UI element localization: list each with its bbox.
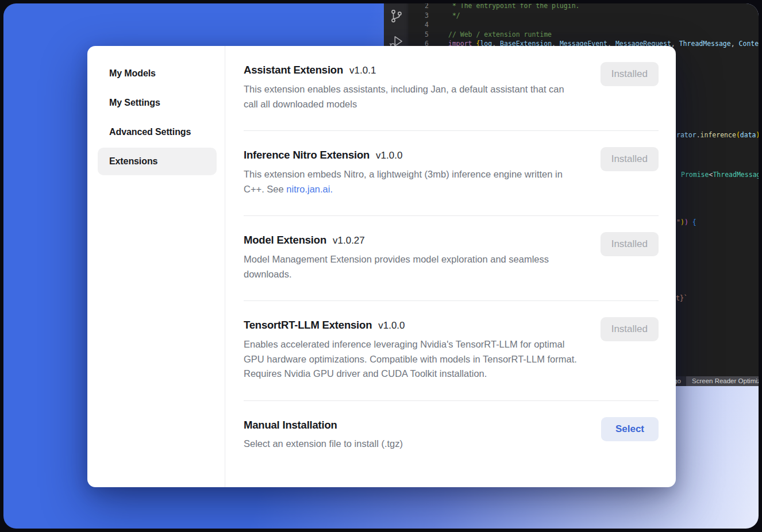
extension-title: TensortRT-LLM Extension xyxy=(244,318,372,331)
extension-row: Inference Nitro Extension v1.0.0 This ex… xyxy=(244,131,659,216)
nitro-jan-ai-link[interactable]: nitro.jan.ai. xyxy=(286,184,333,194)
code-line: 3 */ xyxy=(409,11,759,21)
code-fragment: ")) { xyxy=(676,218,696,227)
screen-reader-optimized-status[interactable]: Screen Reader Optimized xyxy=(686,376,759,386)
installed-button[interactable]: Installed xyxy=(601,317,659,341)
sidebar-item-my-models[interactable]: My Models xyxy=(98,60,217,87)
extension-title: Inference Nitro Extension xyxy=(244,148,370,161)
extension-title: Assistant Extension xyxy=(244,63,343,76)
extension-version: v1.0.1 xyxy=(349,64,376,77)
installed-button[interactable]: Installed xyxy=(601,62,659,86)
extension-version: v1.0.0 xyxy=(378,319,405,332)
extension-title: Manual Installation xyxy=(244,418,337,431)
extension-version: v1.0.0 xyxy=(376,149,402,162)
extension-row: Manual Installation Select an extension … xyxy=(244,401,659,452)
extensions-list: Assistant Extension v1.0.1 This extensio… xyxy=(225,46,676,487)
code-area: 2 * The entrypoint for the plugin. 3 */ … xyxy=(409,3,759,49)
code-fragment: rator.inference(data)); xyxy=(676,130,759,140)
extension-description: This extension embeds Nitro, a lightweig… xyxy=(244,167,577,196)
installed-button[interactable]: Installed xyxy=(601,147,659,171)
installed-button[interactable]: Installed xyxy=(601,232,659,256)
screenshot-scene: 2 * The entrypoint for the plugin. 3 */ … xyxy=(0,0,762,532)
code-fragment: Promise<ThreadMessage> xyxy=(681,170,759,179)
extension-description: Select an extension file to install (.tg… xyxy=(244,437,577,452)
extension-row: Model Extension v1.0.27 Model Management… xyxy=(244,216,659,301)
code-line: 4 xyxy=(409,20,759,30)
line-number: 5 xyxy=(409,30,429,40)
settings-sidebar: My Models My Settings Advanced Settings … xyxy=(87,46,225,487)
code-line: 5 // Web / extension runtime xyxy=(409,30,759,40)
code-fragment: t}` xyxy=(676,294,688,303)
desktop-background: 2 * The entrypoint for the plugin. 3 */ … xyxy=(3,3,759,529)
extension-version: v1.0.27 xyxy=(333,234,365,247)
extension-description: This extension enables assistants, inclu… xyxy=(244,82,577,111)
settings-card: My Models My Settings Advanced Settings … xyxy=(87,46,676,487)
extension-row: TensortRT-LLM Extension v1.0.0 Enables a… xyxy=(244,301,659,401)
sidebar-item-advanced-settings[interactable]: Advanced Settings xyxy=(98,118,217,146)
sidebar-item-my-settings[interactable]: My Settings xyxy=(98,89,217,117)
extension-description: Model Management Extension provides mode… xyxy=(244,252,577,282)
source-control-icon[interactable] xyxy=(389,9,404,24)
extension-row: Assistant Extension v1.0.1 This extensio… xyxy=(244,46,659,131)
code-line: 2 * The entrypoint for the plugin. xyxy=(409,3,759,11)
sidebar-item-extensions[interactable]: Extensions xyxy=(98,148,217,175)
extension-title: Model Extension xyxy=(244,233,326,246)
line-number: 2 xyxy=(409,3,429,11)
line-number: 3 xyxy=(409,11,429,21)
select-button[interactable]: Select xyxy=(601,417,659,441)
line-number: 4 xyxy=(409,20,429,30)
extension-description: Enables accelerated inference leveraging… xyxy=(244,337,577,381)
